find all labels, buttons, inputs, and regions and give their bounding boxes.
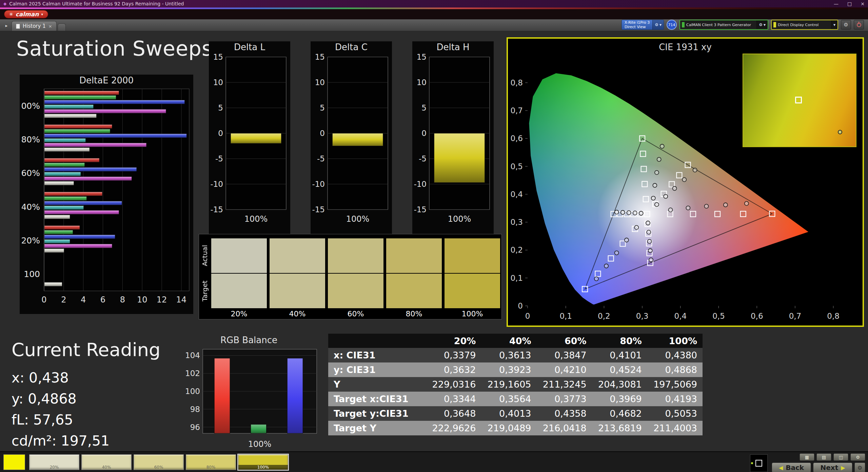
next-label: Next — [820, 464, 838, 472]
pattern-window-button[interactable] — [750, 454, 768, 472]
pattern-swatch-label: 20% — [29, 465, 79, 470]
pattern-swatch-label: 100% — [238, 465, 288, 470]
pattern-swatch[interactable]: 60% — [134, 454, 184, 470]
pattern-grid-button[interactable]: ▦ — [800, 453, 814, 461]
app-icon: ◆ — [3, 1, 6, 6]
svg-text:0: 0 — [525, 312, 530, 320]
maximize-button[interactable]: □ — [847, 1, 852, 6]
svg-text:0,8: 0,8 — [827, 312, 840, 320]
svg-text:0,4: 0,4 — [510, 190, 523, 199]
tab-label: History 1 — [23, 23, 46, 29]
menu-bar: ✳ calman ▾ — [0, 9, 868, 19]
actual-swatch — [445, 238, 500, 273]
svg-text:100%: 100% — [22, 101, 40, 111]
tab-close-icon[interactable]: × — [48, 24, 52, 29]
target-swatch — [386, 274, 442, 308]
display-control-button[interactable]: Direct Display Control ▾ — [771, 20, 838, 30]
meter-button[interactable]: X-Rite i1Pro 3 Direct View ⚙ ▾ — [622, 20, 664, 30]
table-cell: 0,3648 — [426, 406, 481, 421]
svg-text:-10: -10 — [312, 180, 325, 189]
svg-text:40%: 40% — [22, 202, 40, 212]
pattern-swatch[interactable]: 20% — [29, 454, 79, 470]
svg-text:0,2: 0,2 — [510, 245, 523, 254]
svg-text:8: 8 — [120, 295, 125, 304]
svg-text:-10: -10 — [210, 180, 223, 189]
tab-menu-button[interactable]: ▸ — [2, 21, 11, 29]
display-label: Direct Display Control — [778, 23, 831, 27]
calman-menu-button[interactable]: ✳ calman ▾ — [4, 10, 48, 18]
pattern-options-button[interactable]: ⚙ — [850, 453, 865, 461]
svg-text:5: 5 — [320, 103, 325, 112]
pattern-swatch-label: 40% — [82, 465, 131, 470]
calman-logo-text: calman — [16, 11, 39, 18]
page-title: Saturation Sweeps — [16, 37, 213, 60]
measurement-table-panel: 20%40%60%80%100%x: CIE310,33790,36130,38… — [328, 334, 703, 435]
current-reading-title: Current Reading — [12, 339, 160, 360]
svg-text:0,7: 0,7 — [789, 312, 802, 320]
settings-button[interactable]: ⚙ — [841, 20, 851, 29]
chevron-down-icon: ▾ — [41, 12, 43, 17]
svg-text:100%: 100% — [346, 214, 370, 224]
power-button[interactable] — [854, 20, 864, 29]
svg-text:-15: -15 — [210, 205, 223, 214]
chart-title: RGB Balance — [177, 334, 321, 346]
svg-text:14: 14 — [176, 295, 187, 304]
reading-cdm2: cd/m²: 197,51 — [12, 430, 160, 451]
svg-text:100%: 100% — [244, 214, 268, 224]
tab-history-1[interactable]: History 1 × — [12, 21, 57, 31]
svg-text:4: 4 — [81, 295, 86, 304]
actual-swatch — [386, 238, 442, 273]
pattern-swatch[interactable]: 80% — [186, 454, 236, 470]
svg-text:96: 96 — [190, 423, 200, 432]
dual-view-button[interactable]: ◫ — [833, 453, 848, 461]
rgb-balance-panel: RGB Balance 9698100102104100% — [177, 334, 321, 453]
row-label: Target x:CIE31 — [328, 392, 426, 406]
table-cell: 0,4380 — [647, 348, 703, 362]
deltae2000-chart: 02468101214100%80%60%40%20%100 — [22, 86, 191, 310]
svg-text:10: 10 — [417, 78, 427, 87]
next-button[interactable]: Next ▶ — [813, 463, 852, 472]
pattern-swatch-list: 20%40%60%80%100% — [29, 454, 288, 470]
delta-l-panel: Delta L 151050-5-10-15100% — [209, 41, 290, 235]
svg-text:0,1: 0,1 — [559, 312, 572, 320]
svg-text:0: 0 — [421, 129, 427, 138]
close-button[interactable]: × — [861, 1, 865, 6]
pattern-swatch[interactable]: 100% — [238, 454, 288, 470]
table-cell: 204,3081 — [592, 377, 647, 392]
target-swatch — [211, 274, 267, 308]
table-row: Y229,0316219,1605211,3245204,3081197,506… — [328, 377, 703, 392]
back-button[interactable]: ◀ Back — [772, 463, 811, 472]
svg-text:-5: -5 — [419, 154, 427, 163]
table-cell: 0,5053 — [647, 406, 703, 421]
table-cell: 0,4524 — [592, 362, 647, 377]
source-settings-button[interactable]: ⚙ ▾ — [756, 20, 768, 29]
svg-text:15: 15 — [315, 53, 325, 61]
svg-text:0,2: 0,2 — [598, 312, 610, 320]
table-cell: 222,9626 — [426, 421, 481, 435]
meter-mode: Direct View — [625, 25, 650, 29]
workflow-settings-button[interactable]: ⚙ — [854, 463, 865, 472]
svg-text:0,5: 0,5 — [510, 162, 523, 171]
row-label: y: CIE31 — [328, 362, 426, 377]
chart-title: Delta L — [209, 41, 290, 53]
table-cell: 0,4868 — [647, 362, 703, 377]
svg-text:102: 102 — [185, 369, 200, 378]
saturation-label: 100% — [445, 310, 500, 319]
source-status-indicator — [682, 22, 685, 27]
window-layout-button[interactable]: ▤ — [816, 453, 831, 461]
meter-settings-button[interactable]: ⚙ ▾ — [652, 20, 664, 29]
svg-text:104: 104 — [185, 351, 200, 360]
pattern-swatch[interactable]: 40% — [81, 454, 132, 470]
table-cell: 0,3773 — [537, 392, 592, 406]
minimize-button[interactable]: — — [834, 1, 839, 6]
table-cell: 219,1605 — [481, 377, 536, 392]
pattern-generator-button[interactable]: CalMAN Client 3 Pattern Generator ⚙ ▾ — [679, 20, 768, 30]
meter-name: X-Rite i1Pro 3 — [625, 20, 650, 25]
new-tab-stub[interactable] — [58, 23, 66, 31]
delta-h-chart: 151050-5-10-15100% — [412, 53, 492, 229]
meter-status-badge[interactable]: 714 — [667, 20, 677, 30]
delta-c-chart: 151050-5-10-15100% — [311, 53, 391, 229]
display-settings-button[interactable]: ▾ — [831, 20, 837, 29]
table-cell: 0,4013 — [481, 406, 536, 421]
target-swatch — [270, 274, 325, 308]
